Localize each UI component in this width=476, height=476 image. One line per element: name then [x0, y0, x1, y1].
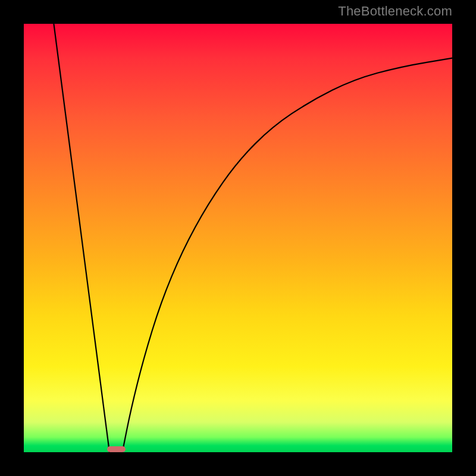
curve-svg: [24, 24, 452, 452]
plot-area: [24, 24, 452, 452]
watermark-text: TheBottleneck.com: [338, 4, 452, 19]
chart-frame: TheBottleneck.com: [0, 0, 476, 476]
curve-left-branch: [54, 24, 109, 452]
curve-right-branch: [123, 58, 452, 452]
min-marker: [107, 446, 125, 452]
